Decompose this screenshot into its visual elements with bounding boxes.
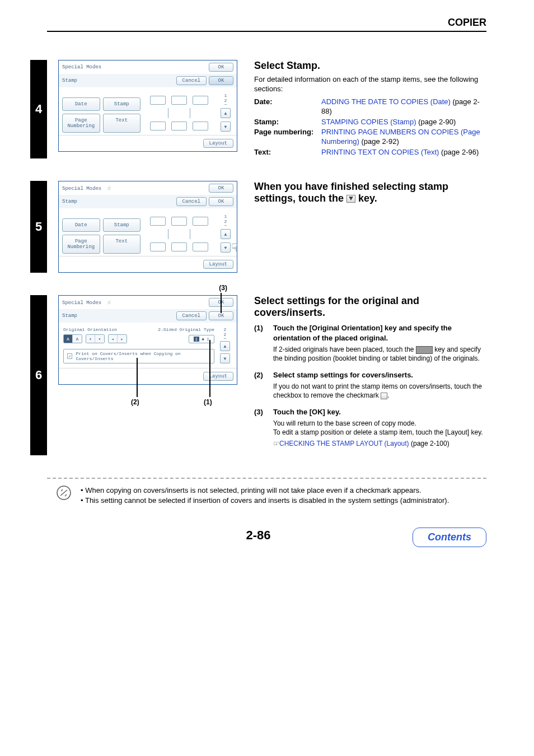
layout-diagram xyxy=(145,93,213,133)
print-on-covers-row[interactable]: ✓ Print on Covers/Inserts when Copying o… xyxy=(63,349,214,363)
checkbox-empty-icon xyxy=(381,393,387,399)
scroll-up-button[interactable]: ▲ xyxy=(220,341,230,351)
callout-2: (2) xyxy=(131,398,139,406)
panel-title: Special Modes xyxy=(62,64,101,70)
section-header: COPIER xyxy=(47,17,486,32)
link-page-numbering[interactable]: PRINTING PAGE NUMBERS ON COPIES (Page Nu… xyxy=(321,128,480,146)
ok-button-inner[interactable]: OK xyxy=(209,76,233,85)
touch-panel-orient: Special Modes ☝ OK Stamp Cancel OK Origi… xyxy=(58,295,237,385)
step-title: Select Stamp. xyxy=(254,60,486,72)
touch-panel-stamp: Special Modes OK Stamp Cancel OK Date St… xyxy=(58,60,237,152)
step-title: When you have finished selecting stamp s… xyxy=(254,181,486,204)
item-num: (2) xyxy=(254,370,263,380)
ref-label: Page numbering: xyxy=(254,128,321,147)
text-button[interactable]: Text xyxy=(103,235,141,254)
ok-button-inner[interactable]: OK xyxy=(209,197,233,206)
step-number: 5 xyxy=(30,181,47,273)
ref-label: Text: xyxy=(254,148,321,157)
scroll-down-button[interactable]: ▼ xyxy=(220,353,230,363)
step-5: 5 Special Modes ☝ OK Stamp Cancel OK Dat… xyxy=(30,181,486,273)
link-stamp[interactable]: STAMPING COPIES (Stamp) xyxy=(321,118,416,126)
stamp-button[interactable]: Stamp xyxy=(103,218,141,232)
scroll-down-button[interactable]: ▼ xyxy=(221,242,231,253)
down-arrow-icon xyxy=(346,195,355,203)
text-button[interactable]: Text xyxy=(103,114,141,133)
layout-button[interactable]: Layout xyxy=(203,139,233,148)
touch-panel-stamp-5: Special Modes ☝ OK Stamp Cancel OK Date … xyxy=(58,181,237,273)
callout-1: (1) xyxy=(204,398,212,406)
layout-diagram xyxy=(145,214,213,254)
scroll-down-button[interactable]: ▼ xyxy=(221,122,231,132)
two-sided-type-button[interactable]: ▯◆▯ xyxy=(189,335,214,343)
ref-label: Date: xyxy=(254,97,321,116)
link-layout[interactable]: CHECKING THE STAMP LAYOUT (Layout) xyxy=(279,440,409,447)
item-num: (1) xyxy=(254,323,263,333)
cancel-button[interactable]: Cancel xyxy=(176,311,207,320)
pointer-icon: ☟ xyxy=(231,241,238,255)
stamp-button[interactable]: Stamp xyxy=(103,97,141,111)
panel-title: Special Modes ☝ xyxy=(62,185,110,192)
item-title: Select stamp settings for covers/inserts… xyxy=(273,371,413,379)
separator xyxy=(47,478,486,479)
checkbox-icon[interactable]: ✓ xyxy=(67,353,72,359)
page-numbering-button[interactable]: Page Numbering xyxy=(62,114,100,133)
note-icon xyxy=(47,486,81,500)
date-button[interactable]: Date xyxy=(62,97,100,111)
panel-subtitle: Stamp xyxy=(62,199,77,204)
step-number: 4 xyxy=(30,60,47,158)
orientation-toggle[interactable]: AA xyxy=(63,334,82,343)
orientation-toggle-2[interactable]: ▾▾ xyxy=(86,334,105,343)
orientation-toggle-3[interactable]: ◂▸ xyxy=(108,334,127,343)
ok-button[interactable]: OK xyxy=(209,63,233,72)
ref-label: Stamp: xyxy=(254,118,321,127)
item-title: Touch the [OK] key. xyxy=(273,408,341,416)
item-num: (3) xyxy=(254,407,263,417)
two-sided-label: 2-Sided Original Type xyxy=(158,327,214,332)
item-title: Touch the [Original Orientation] key and… xyxy=(273,324,452,342)
layout-button[interactable]: Layout xyxy=(203,260,233,269)
orig-orient-label: Original Orientation xyxy=(63,327,117,332)
page-fraction: 1 2 xyxy=(224,93,227,105)
two-sided-icon xyxy=(416,346,433,354)
ok-button[interactable]: OK xyxy=(209,184,233,193)
contents-button[interactable]: Contents xyxy=(413,528,486,547)
notes: When copying on covers/inserts is not se… xyxy=(81,486,449,506)
scroll-up-button[interactable]: ▲ xyxy=(221,229,231,239)
panel-subtitle: Stamp xyxy=(62,78,77,83)
cancel-button[interactable]: Cancel xyxy=(176,197,207,206)
scroll-up-button[interactable]: ▲ xyxy=(221,108,231,118)
page-numbering-button[interactable]: Page Numbering xyxy=(62,235,100,254)
layout-button[interactable]: Layout xyxy=(203,372,233,381)
link-text[interactable]: PRINTING TEXT ON COPIES (Text) xyxy=(321,148,439,156)
step-intro: For detailed information on each of the … xyxy=(254,75,486,94)
page-fraction: 2 2 xyxy=(224,327,227,339)
cancel-button[interactable]: Cancel xyxy=(176,76,207,85)
step-6: 6 (3) Special Modes ☝ OK Stamp Cancel OK xyxy=(30,295,486,455)
date-button[interactable]: Date xyxy=(62,218,100,232)
panel-subtitle: Stamp xyxy=(62,313,77,319)
step-title: Select settings for the original and cov… xyxy=(254,295,486,319)
panel-title: Special Modes ☝ xyxy=(62,300,110,306)
page-fraction: 1 2 xyxy=(224,214,227,226)
step-number: 6 xyxy=(30,295,47,455)
step-4: 4 Special Modes OK Stamp Cancel OK Date xyxy=(30,60,486,158)
link-date[interactable]: ADDING THE DATE TO COPIES (Date) xyxy=(321,97,451,106)
callout-3: (3) xyxy=(219,284,227,292)
